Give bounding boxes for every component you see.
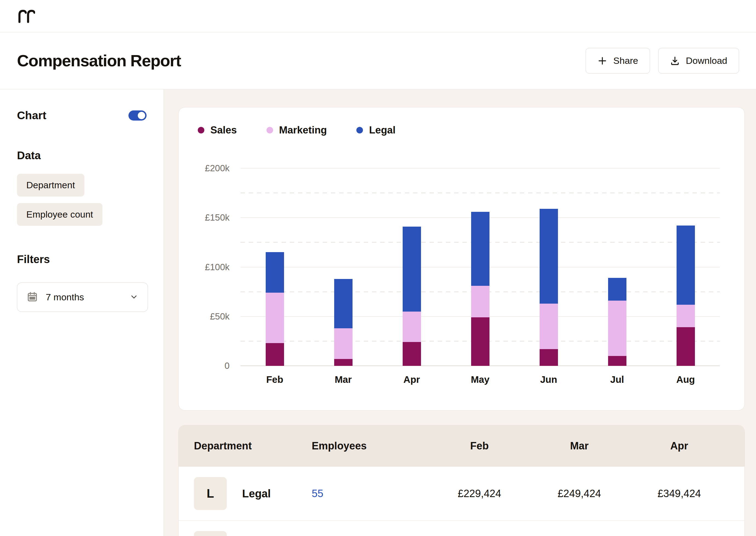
bar-segment-marketing xyxy=(608,301,626,356)
legend-item-marketing[interactable]: Marketing xyxy=(267,124,327,136)
bar-jun xyxy=(540,168,558,366)
employee-count-link[interactable]: 55 xyxy=(312,488,429,500)
legend-dot-icon xyxy=(356,127,363,133)
toggle-knob xyxy=(138,112,145,119)
bar-segment-sales xyxy=(266,343,284,366)
bar-segment-legal xyxy=(677,225,695,304)
bar-segment-marketing xyxy=(471,286,489,317)
column-header-feb: Feb xyxy=(470,440,489,452)
y-axis-tick-label: 0 xyxy=(191,361,230,371)
x-axis-tick-label: Jul xyxy=(595,374,639,385)
content: Chart Data DepartmentEmployee count Filt… xyxy=(0,89,756,536)
legend-dot-icon xyxy=(198,127,205,133)
page-title: Compensation Report xyxy=(17,51,181,70)
chart-legend: SalesMarketingLegal xyxy=(193,124,726,136)
bar-segment-legal xyxy=(266,252,284,293)
bar-segment-marketing xyxy=(677,305,695,327)
plus-icon xyxy=(597,56,607,66)
y-axis-tick-label: £100k xyxy=(191,262,230,272)
share-button[interactable]: Share xyxy=(585,48,650,74)
column-header-mar: Mar xyxy=(570,440,589,452)
x-axis-tick-label: Mar xyxy=(321,374,365,385)
bar-feb xyxy=(266,168,284,366)
column-header-apr: Apr xyxy=(670,440,688,452)
compensation-table-card: DepartmentEmployeesFebMarApr LLegal55£22… xyxy=(178,425,745,536)
x-axis-tick-label: Aug xyxy=(664,374,708,385)
compensation-value-apr: £349,424 xyxy=(657,488,701,500)
table-row xyxy=(178,520,744,536)
bar-segment-marketing xyxy=(334,328,353,359)
bar-segment-legal xyxy=(608,278,626,301)
x-axis-tick-label: Jun xyxy=(527,374,571,385)
compensation-value-mar: £249,424 xyxy=(558,488,601,500)
x-axis-tick-label: Feb xyxy=(253,374,297,385)
date-range-dropdown[interactable]: 7 months xyxy=(17,283,148,312)
bar-segment-sales xyxy=(471,317,489,366)
compensation-chart-card: SalesMarketingLegal 0£50k£100k£150k£200k… xyxy=(178,107,745,411)
bar-segment-sales xyxy=(334,359,353,366)
y-axis-tick-label: £150k xyxy=(191,212,230,223)
download-button-label: Download xyxy=(686,55,727,66)
department-avatar: L xyxy=(194,477,227,510)
chart-section-label: Chart xyxy=(17,109,46,122)
page-header: Compensation Report Share Download xyxy=(0,32,756,89)
download-icon xyxy=(670,56,680,66)
bar-apr xyxy=(403,168,421,366)
legend-label: Legal xyxy=(369,124,395,136)
bar-mar xyxy=(334,168,353,366)
x-axis-tick-label: Apr xyxy=(390,374,434,385)
topbar xyxy=(0,0,756,32)
download-button[interactable]: Download xyxy=(658,48,739,74)
legend-dot-icon xyxy=(267,127,273,133)
table-row: LLegal55£229,424£249,424£349,424 xyxy=(178,467,744,520)
department-cell xyxy=(194,531,312,536)
legend-label: Sales xyxy=(210,124,237,136)
calendar-icon xyxy=(27,291,38,304)
bar-may xyxy=(471,168,489,366)
main-area: SalesMarketingLegal 0£50k£100k£150k£200k… xyxy=(164,89,756,536)
header-actions: Share Download xyxy=(585,48,739,74)
bar-segment-sales xyxy=(677,327,695,366)
share-button-label: Share xyxy=(613,55,638,66)
date-range-value: 7 months xyxy=(46,292,122,303)
compensation-value-feb: £229,424 xyxy=(458,488,501,500)
bar-segment-marketing xyxy=(403,312,421,342)
data-pill-department[interactable]: Department xyxy=(17,174,84,196)
bar-segment-legal xyxy=(403,227,421,312)
chart-visibility-toggle[interactable] xyxy=(128,111,146,120)
data-pill-employee-count[interactable]: Employee count xyxy=(17,203,103,226)
bar-segment-legal xyxy=(334,279,353,328)
legend-item-sales[interactable]: Sales xyxy=(198,124,237,136)
bar-jul xyxy=(608,168,626,366)
y-axis-tick-label: £50k xyxy=(191,311,230,322)
brand-logo-icon[interactable] xyxy=(17,9,35,23)
department-avatar xyxy=(194,531,227,536)
bar-segment-legal xyxy=(540,209,558,304)
legend-item-legal[interactable]: Legal xyxy=(356,124,395,136)
stacked-bar-chart: 0£50k£100k£150k£200kFebMarAprMayJunJulAu… xyxy=(240,168,720,366)
y-axis-tick-label: £200k xyxy=(191,163,230,174)
table-header-row: DepartmentEmployeesFebMarApr xyxy=(178,425,744,467)
bar-segment-marketing xyxy=(540,304,558,349)
data-pill-list: DepartmentEmployee count xyxy=(17,174,146,226)
table-body: LLegal55£229,424£249,424£349,424 xyxy=(178,467,744,536)
bar-segment-sales xyxy=(403,342,421,366)
legend-label: Marketing xyxy=(279,124,327,136)
chart-toggle-row: Chart xyxy=(17,109,146,122)
x-axis-tick-label: May xyxy=(458,374,502,385)
bar-aug xyxy=(677,168,695,366)
bar-segment-marketing xyxy=(266,293,284,343)
chevron-down-icon xyxy=(130,292,138,302)
bar-segment-legal xyxy=(471,212,489,286)
column-header-employees: Employees xyxy=(312,440,429,452)
bar-segment-sales xyxy=(540,349,558,366)
data-section-label: Data xyxy=(17,149,146,162)
sidebar: Chart Data DepartmentEmployee count Filt… xyxy=(0,89,164,536)
filters-section-label: Filters xyxy=(17,253,146,266)
column-header-department: Department xyxy=(194,440,312,452)
bar-segment-sales xyxy=(608,356,626,366)
department-cell: LLegal xyxy=(194,477,312,510)
department-name: Legal xyxy=(242,487,270,500)
